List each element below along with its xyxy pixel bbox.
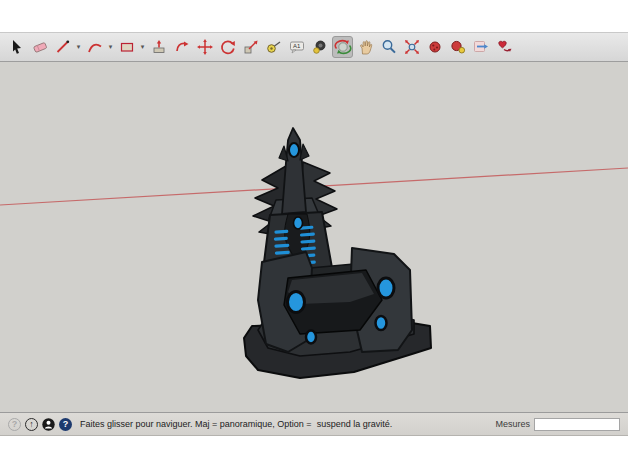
help-circle-icon[interactable]: ? (8, 418, 21, 431)
question-circle-icon[interactable]: ? (59, 418, 72, 431)
user-circle-icon[interactable] (42, 418, 55, 431)
eraser-tool-icon[interactable] (29, 36, 50, 58)
window-title-strip (0, 0, 628, 32)
rectangle-dropdown-caret[interactable]: ▾ (139, 43, 146, 51)
zoom-extents-tool-icon[interactable] (401, 36, 422, 58)
text-tool-icon[interactable]: A1 (286, 36, 307, 58)
rectangle-tool-icon[interactable] (116, 36, 137, 58)
zoom-tool-icon[interactable] (378, 36, 399, 58)
follow-me-tool-icon[interactable] (171, 36, 192, 58)
line-tool-icon[interactable] (52, 36, 73, 58)
measurements-label: Mesures (495, 419, 530, 429)
measurements-input[interactable] (534, 418, 620, 431)
push-pull-tool-icon[interactable] (148, 36, 169, 58)
scale-tool-icon[interactable] (240, 36, 261, 58)
move-tool-icon[interactable] (194, 36, 215, 58)
orbit-tool-icon[interactable] (332, 36, 353, 58)
throne-model (244, 128, 431, 378)
paint-bucket-tool-icon[interactable] (309, 36, 330, 58)
svg-text:A1: A1 (293, 43, 301, 49)
upload-circle-icon[interactable]: ↑ (25, 418, 38, 431)
physics-settings-icon[interactable] (424, 36, 445, 58)
physics-export-icon[interactable] (470, 36, 491, 58)
arc-dropdown-caret[interactable]: ▾ (107, 43, 114, 51)
physics-play-icon[interactable] (493, 36, 514, 58)
select-tool-icon[interactable] (6, 36, 27, 58)
window-bottom-strip (0, 436, 628, 472)
toolbar: ▾ ▾ ▾ A1 (0, 32, 628, 62)
arc-tool-icon[interactable] (84, 36, 105, 58)
sketchup-window: ▾ ▾ ▾ A1 (0, 0, 628, 472)
pan-tool-icon[interactable] (355, 36, 376, 58)
measurements-group: Mesures (495, 418, 620, 431)
status-message: Faites glisser pour naviguer. Maj = pano… (80, 419, 392, 429)
viewport[interactable] (0, 62, 628, 412)
physics-objects-icon[interactable] (447, 36, 468, 58)
rotate-tool-icon[interactable] (217, 36, 238, 58)
status-bar: ? ↑ ? Faites glisser pour naviguer. Maj … (0, 412, 628, 436)
tape-measure-tool-icon[interactable] (263, 36, 284, 58)
line-dropdown-caret[interactable]: ▾ (75, 43, 82, 51)
